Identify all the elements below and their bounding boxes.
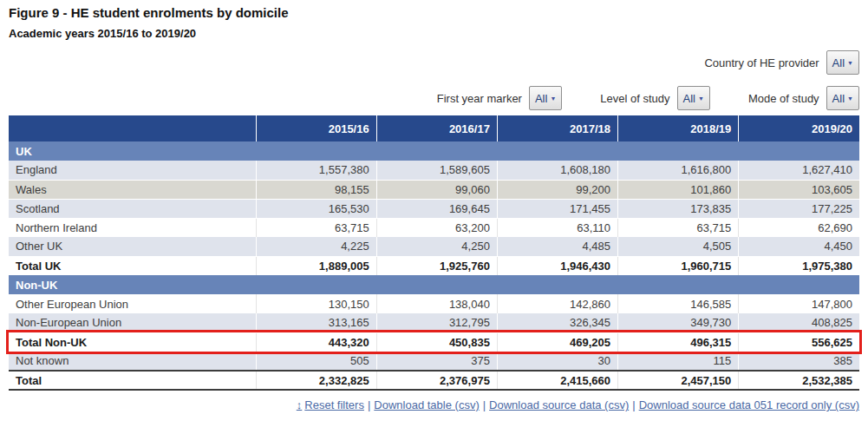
filter-group-level-of-study: Level of studyAll▼: [600, 86, 710, 110]
dropdown-value: All: [535, 92, 547, 105]
chevron-down-icon: ▼: [550, 95, 556, 102]
row-not-known[interactable]: Not known50537530115385: [9, 352, 859, 371]
cell-value: 2,332,825: [256, 371, 376, 390]
cell-value: 4,225: [256, 237, 376, 256]
cell-value: 63,110: [497, 218, 617, 237]
download-source-data-051-record-only-csv-link[interactable]: Download source data 051 record only (cs…: [639, 398, 859, 411]
cell-value: 62,690: [739, 218, 859, 237]
cell-value: 101,860: [618, 180, 739, 199]
cell-value: 2,376,975: [376, 371, 497, 390]
cell-value: 2,415,660: [497, 371, 617, 390]
row-label: Non-European Union: [9, 313, 256, 332]
chevron-down-icon: ▼: [847, 60, 853, 66]
reset-filters-link[interactable]: ↕Reset filters: [297, 398, 364, 411]
cell-value: 103,605: [739, 180, 859, 199]
column-header-2015-16: 2015/16: [256, 115, 376, 141]
cell-value: 4,505: [618, 237, 739, 256]
cell-value: 147,800: [739, 294, 859, 313]
cell-value: 1,975,380: [739, 256, 859, 275]
row-other-european-union[interactable]: Other European Union130,150138,040142,86…: [9, 294, 859, 313]
up-down-arrow-icon: ↕: [297, 398, 303, 411]
dropdown-value: All: [832, 56, 845, 69]
row-england[interactable]: England1,557,3801,589,6051,608,1801,616,…: [9, 161, 859, 180]
row-non-uk: Non-UK: [9, 275, 859, 294]
cell-value: 4,250: [376, 237, 497, 256]
dropdown-value: All: [832, 92, 845, 105]
footer-links: ↕Reset filters|Download table (csv)|Down…: [297, 398, 859, 411]
enrolments-table: 2015/162016/172017/182018/192019/20 UKEn…: [9, 115, 859, 391]
chevron-down-icon: ▼: [847, 95, 853, 102]
cell-value: 556,625: [739, 332, 859, 352]
cell-value: 99,060: [376, 180, 497, 199]
cell-value: 98,155: [256, 180, 376, 199]
page-title: Figure 9 - HE student enrolments by domi…: [9, 5, 289, 20]
column-header-2017-18: 2017/18: [497, 115, 617, 141]
column-header-2018-19: 2018/19: [618, 115, 739, 141]
cell-value: 4,485: [497, 237, 617, 256]
filter-row-top: Country of HE providerAll▼: [704, 50, 859, 75]
cell-value: 469,205: [497, 332, 617, 352]
row-wales[interactable]: Wales98,15599,06099,200101,860103,605: [9, 180, 859, 199]
country-of-he-provider-dropdown[interactable]: All▼: [826, 50, 859, 75]
link-separator: |: [368, 398, 370, 411]
cell-value: 312,795: [376, 313, 497, 332]
cell-value: 4,450: [739, 237, 859, 256]
page-subtitle: Academic years 2015/16 to 2019/20: [9, 27, 196, 40]
chevron-down-icon: ▼: [698, 95, 704, 102]
section-label: Non-UK: [9, 275, 859, 294]
link-label: Download source data 051 record only (cs…: [639, 398, 859, 411]
cell-value: 326,345: [497, 313, 617, 332]
cell-value: 385: [739, 352, 859, 371]
cell-value: 169,645: [376, 199, 497, 218]
row-label: Total UK: [9, 256, 256, 275]
row-scotland[interactable]: Scotland165,530169,645171,455173,835177,…: [9, 199, 859, 218]
link-label: Download table (csv): [374, 398, 479, 411]
cell-value: 63,715: [256, 218, 376, 237]
column-header-2019-20: 2019/20: [739, 115, 859, 141]
first-year-marker-dropdown[interactable]: All▼: [529, 86, 562, 110]
row-northern-ireland[interactable]: Northern Ireland63,71563,20063,11063,715…: [9, 218, 859, 237]
cell-value: 177,225: [739, 199, 859, 218]
table-header-row: 2015/162016/172017/182018/192019/20: [9, 115, 859, 141]
cell-value: 63,715: [618, 218, 739, 237]
download-table-csv-link[interactable]: Download table (csv): [374, 398, 479, 411]
cell-value: 165,530: [256, 199, 376, 218]
cell-value: 115: [618, 352, 739, 371]
row-total-uk[interactable]: Total UK1,889,0051,925,7601,946,4301,960…: [9, 256, 859, 275]
filter-row-bottom: First year markerAll▼Level of studyAll▼M…: [437, 86, 859, 110]
cell-value: 99,200: [497, 180, 617, 199]
row-total-non-uk[interactable]: Total Non-UK443,320450,835469,205496,315…: [9, 332, 859, 352]
filter-label-mode-of-study: Mode of study: [748, 92, 819, 105]
cell-value: 1,925,760: [376, 256, 497, 275]
link-label: Download source data (csv): [489, 398, 629, 411]
cell-value: 1,889,005: [256, 256, 376, 275]
filter-label-first-year-marker: First year marker: [437, 92, 522, 105]
cell-value: 443,320: [256, 332, 376, 352]
cell-value: 375: [376, 352, 497, 371]
filter-group-mode-of-study: Mode of studyAll▼: [748, 86, 859, 110]
row-label: Scotland: [9, 199, 256, 218]
link-separator: |: [632, 398, 635, 411]
cell-value: 1,946,430: [497, 256, 617, 275]
cell-value: 171,455: [497, 199, 617, 218]
dropdown-value: All: [683, 92, 695, 105]
filter-label-level-of-study: Level of study: [600, 92, 669, 105]
cell-value: 30: [497, 352, 617, 371]
section-label: UK: [9, 141, 859, 161]
row-label-header: [9, 115, 256, 141]
cell-value: 1,627,410: [739, 161, 859, 180]
filter-group-country-of-he-provider: Country of HE providerAll▼: [704, 50, 859, 75]
mode-of-study-dropdown[interactable]: All▼: [826, 86, 859, 110]
cell-value: 1,960,715: [618, 256, 739, 275]
row-label: Total: [9, 371, 256, 390]
row-total[interactable]: Total2,332,8252,376,9752,415,6602,457,15…: [9, 371, 859, 390]
level-of-study-dropdown[interactable]: All▼: [677, 86, 710, 110]
link-separator: |: [483, 398, 486, 411]
cell-value: 173,835: [618, 199, 739, 218]
cell-value: 450,835: [376, 332, 497, 352]
row-other-uk[interactable]: Other UK4,2254,2504,4854,5054,450: [9, 237, 859, 256]
row-non-european-union[interactable]: Non-European Union313,165312,795326,3453…: [9, 313, 859, 332]
cell-value: 1,608,180: [497, 161, 617, 180]
download-source-data-csv-link[interactable]: Download source data (csv): [489, 398, 629, 411]
cell-value: 2,532,385: [739, 371, 859, 390]
